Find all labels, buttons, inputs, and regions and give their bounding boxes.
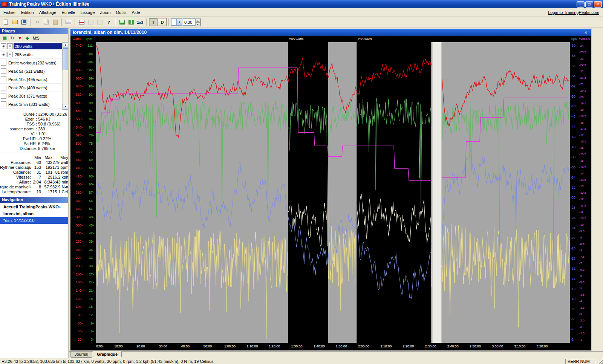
paste-icon <box>53 20 58 25</box>
metric-moy: 16.2 kph <box>52 175 68 180</box>
cels-tick: 8 <box>579 248 590 252</box>
spin-up-icon[interactable]: ▲ <box>195 19 200 23</box>
spinner-arrows[interactable]: ▲▼ <box>195 19 200 25</box>
ranges-numbers-button[interactable]: 1₂3 <box>136 18 144 26</box>
cels-tick: 3.5 <box>579 306 590 309</box>
marker-icon[interactable]: ≡ <box>7 43 13 49</box>
cels-tick: 19.5 <box>579 101 590 105</box>
watts-tick: 280 <box>71 232 83 235</box>
menu-lissage[interactable]: Lissage <box>78 9 97 16</box>
help-button[interactable]: ? <box>104 18 113 26</box>
stacked-view-button[interactable] <box>86 18 95 26</box>
eye-icon[interactable]: ◉ <box>1 43 6 49</box>
rpm-tick: 30 <box>84 265 94 268</box>
range-item-295-watts[interactable]: ◉≡295 watts <box>0 50 62 59</box>
mmp-chart-button[interactable] <box>118 18 126 26</box>
document-tabs: JournalGraphique <box>69 351 603 358</box>
scroll-up-icon[interactable]: ▲ <box>63 42 68 48</box>
spin-down-icon[interactable]: ▼ <box>195 23 200 26</box>
time-tick: 2:20:00 <box>403 344 414 348</box>
paste-button[interactable] <box>51 18 60 26</box>
graph-button[interactable] <box>77 18 86 26</box>
refresh-icon[interactable]: ↻ <box>9 35 15 41</box>
split-view-button[interactable] <box>95 18 104 26</box>
range-item-peak-1min-331-watts[interactable]: Peak 1min (331 watts) <box>0 100 62 109</box>
range-item-peak-5s-511-watts[interactable]: Peak 5s (511 watts) <box>0 67 62 75</box>
smoothing-value[interactable]: 0:30 <box>183 19 195 25</box>
menu-edition[interactable]: Edition <box>18 9 37 16</box>
cels-tick: 18.5 <box>579 114 590 118</box>
kph-tick: 40 <box>571 145 579 149</box>
chart-close-button[interactable]: × <box>583 30 589 35</box>
nav-item-lorenzini-alban[interactable]: lorenzini, alban <box>0 210 68 217</box>
menu-aide[interactable]: Aide <box>129 9 143 16</box>
save-button[interactable] <box>20 18 28 26</box>
graph-icon <box>79 20 84 24</box>
rpm-tick: 33 <box>84 256 94 260</box>
range-item-280-watts[interactable]: ◉≡280 watts <box>0 42 62 50</box>
distance-mode-button[interactable]: D <box>158 18 167 26</box>
tab-journal[interactable]: Journal <box>70 352 92 358</box>
keyboard-state: VERR NUM <box>565 359 595 364</box>
range-item-entire-workout-232-watts[interactable]: Entire workout (232 watts) <box>0 59 62 67</box>
workout-graph-canvas[interactable] <box>96 42 570 343</box>
copy-button[interactable] <box>42 18 51 26</box>
smoothing-dropdown[interactable]: ▼ <box>171 18 182 26</box>
rpm-tick: 12 <box>84 314 94 317</box>
print-button[interactable] <box>64 18 73 26</box>
close-button[interactable]: × <box>594 1 602 8</box>
tab-graphique[interactable]: Graphique <box>93 351 122 357</box>
cels-tick: 9.5 <box>579 229 590 232</box>
ranges-grid-icon[interactable]: ▦ <box>2 35 8 41</box>
checkbox-icon[interactable] <box>1 85 6 90</box>
resize-grip-icon[interactable] <box>598 359 603 364</box>
watts-tick: 180 <box>71 272 83 276</box>
metric-max: 192 <box>41 165 52 170</box>
diamond-icon[interactable]: ◆ <box>24 35 30 41</box>
menu-echelle[interactable]: Échelle <box>59 9 78 16</box>
metric-moy: 81 rpm <box>52 170 68 175</box>
menu-zoom[interactable]: Zoom <box>97 9 113 16</box>
checkbox-icon[interactable] <box>1 60 6 66</box>
range-list-scrollbar[interactable]: ▲ ▼ <box>62 42 68 110</box>
cels-tick: 16 <box>579 146 590 150</box>
cut-button[interactable] <box>33 18 41 26</box>
scroll-down-icon[interactable]: ▼ <box>63 104 68 110</box>
heart-icon[interactable]: ♥ <box>17 35 23 41</box>
range-item-peak-20s-409-watts[interactable]: Peak 20s (409 watts) <box>0 84 62 92</box>
rpm-tick: 69 <box>84 158 94 162</box>
toolbar-separator <box>30 18 31 26</box>
watts-tick: 640 <box>71 85 83 88</box>
scroll-thumb[interactable] <box>63 48 68 70</box>
watts-tick: 460 <box>71 158 83 162</box>
stat-label: Exer. : <box>1 117 37 122</box>
heart-icon-glyph: ♥ <box>18 35 21 41</box>
time-mode-button[interactable]: T <box>149 18 158 26</box>
menu-bar: FichierEditionAffichageÉchelleLissageZoo… <box>0 8 603 17</box>
range-item-peak-30s-371-watts[interactable]: Peak 30s (371 watts) <box>0 92 62 100</box>
maximize-button[interactable]: □ <box>585 1 593 8</box>
nav-item-accueil-trainingpeaks-wko[interactable]: Accueil TrainingPeaks WKO+ <box>0 203 68 210</box>
checkbox-icon[interactable] <box>1 76 6 82</box>
watts-tick: 160 <box>71 281 83 284</box>
new-file-button[interactable] <box>2 18 10 26</box>
smoothing-spinbox[interactable]: 0:30▲▼ <box>183 18 201 26</box>
minimize-button[interactable]: _ <box>577 1 585 8</box>
nav-item-dim-14-11-2010[interactable]: *dim. 14/11/2010 <box>0 217 68 224</box>
range-item-label: 295 watts <box>14 52 62 58</box>
rpm-tick: 24 <box>84 281 94 284</box>
checkbox-icon[interactable] <box>1 101 6 107</box>
range-item-peak-10s-495-watts[interactable]: Peak 10s (495 watts) <box>0 75 62 84</box>
menu-fichier[interactable]: Fichier <box>1 9 18 16</box>
login-link[interactable]: Login to TrainingPeaks.com <box>548 10 599 15</box>
open-file-button[interactable] <box>11 18 19 26</box>
eye-icon[interactable]: ◉ <box>1 52 6 57</box>
checkbox-icon[interactable] <box>1 68 6 74</box>
menu-outils[interactable]: Outils <box>113 9 129 16</box>
menu-affichage[interactable]: Affichage <box>37 9 59 16</box>
marker-icon[interactable]: ≡ <box>7 52 13 57</box>
green-bars-icon <box>129 20 134 24</box>
watts-tick: 620 <box>71 93 83 96</box>
distribution-chart-button[interactable] <box>127 18 135 26</box>
checkbox-icon[interactable] <box>1 93 6 99</box>
